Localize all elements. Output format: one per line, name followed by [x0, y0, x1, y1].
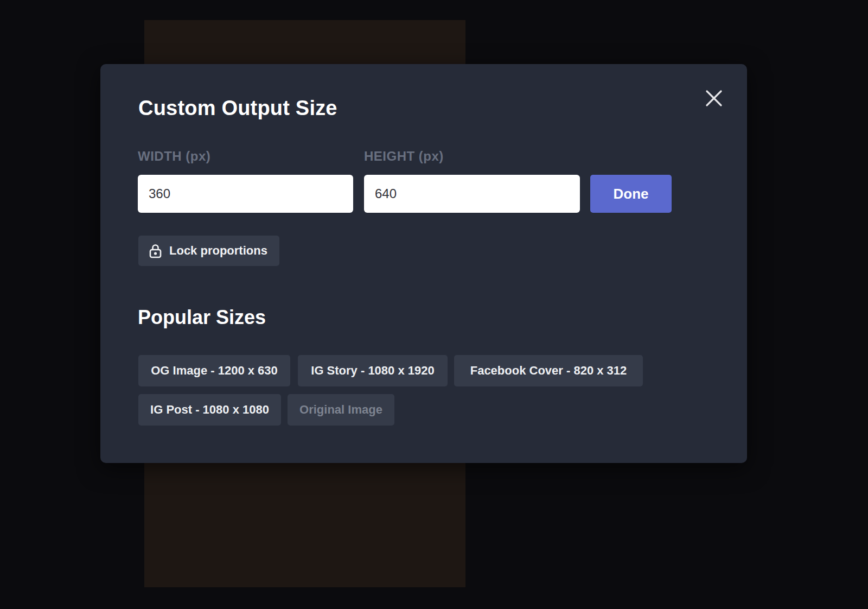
width-label: WIDTH (px)	[138, 149, 210, 164]
dialog-title: Custom Output Size	[138, 97, 337, 120]
close-icon[interactable]	[704, 88, 724, 109]
done-button[interactable]: Done	[590, 175, 672, 213]
height-input[interactable]	[364, 175, 580, 213]
size-chip-og-image[interactable]: OG Image - 1200 x 630	[138, 355, 290, 386]
lock-proportions-button[interactable]: Lock proportions	[138, 236, 279, 266]
size-chip-facebook-cover[interactable]: Facebook Cover - 820 x 312	[454, 355, 643, 386]
size-chip-ig-story[interactable]: IG Story - 1080 x 1920	[298, 355, 448, 386]
lock-proportions-label: Lock proportions	[169, 244, 267, 258]
width-input[interactable]	[138, 175, 353, 213]
backdrop: Custom Output Size WIDTH (px) HEIGHT (px…	[0, 0, 868, 609]
height-label: HEIGHT (px)	[364, 149, 444, 164]
size-chip-original-image: Original Image	[288, 394, 394, 426]
unlocked-padlock-icon	[149, 243, 162, 258]
custom-output-size-dialog: Custom Output Size WIDTH (px) HEIGHT (px…	[100, 64, 747, 463]
popular-sizes-heading: Popular Sizes	[138, 306, 266, 329]
size-chip-ig-post[interactable]: IG Post - 1080 x 1080	[138, 394, 281, 426]
